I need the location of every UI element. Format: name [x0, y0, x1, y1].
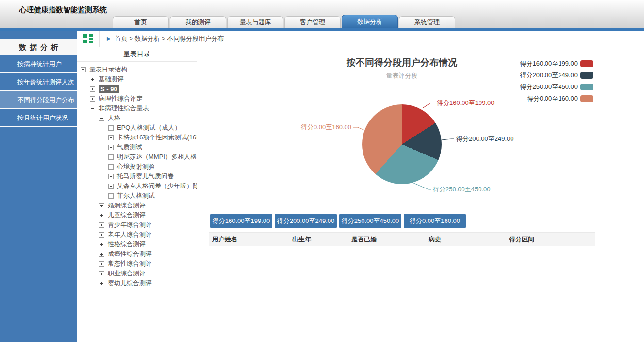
legend-item-4[interactable]: 得分0.00至160.00	[520, 93, 593, 104]
tree-expand-plus-icon[interactable]	[108, 193, 114, 199]
tree-expand-plus-icon[interactable]	[99, 281, 104, 286]
tree-node[interactable]: 人格	[77, 113, 197, 123]
tree-collapse-minus-icon[interactable]	[90, 106, 95, 111]
tree-node[interactable]: 基础测评	[77, 74, 197, 84]
sidebar-item-4[interactable]: 按月统计用户状况	[0, 109, 77, 127]
table-col-5: 得分区间	[506, 235, 595, 244]
table-col-1: 用户姓名	[209, 235, 289, 244]
tree-node[interactable]: 青少年综合测评	[77, 220, 197, 230]
tree-node[interactable]: 气质测试	[77, 142, 197, 152]
tree-node-label: 常态性综合测评	[108, 259, 152, 268]
tree-node[interactable]: 婚姻综合测评	[77, 201, 197, 210]
tree-node-label: EPQ人格测试（成人）	[117, 123, 181, 132]
tree-node-label: 卡特尔16项个性因素测试(16PF	[117, 133, 197, 142]
tree-expand-plus-icon[interactable]	[99, 203, 104, 208]
tree-node[interactable]: 明尼苏达（MMPI）多相人格测试	[77, 152, 197, 162]
tree-expand-plus-icon[interactable]	[108, 125, 114, 131]
tree-node-label: 婴幼儿综合测评	[108, 279, 152, 288]
tree-node-label: 菲尔人格测试	[117, 191, 155, 200]
legend-label: 得分250.00至450.00	[520, 83, 578, 91]
segment-button-1[interactable]: 得分160.00至199.00	[210, 214, 272, 228]
pie-callout-label: 得分250.00至450.00	[433, 185, 491, 194]
tree-expand-plus-icon[interactable]	[99, 232, 104, 238]
sidebar-item-2[interactable]: 按年龄统计测评人次	[0, 73, 77, 91]
sidebar-item-1[interactable]: 按病种统计用户	[0, 55, 77, 73]
tree-node-label: 心境投射测验	[117, 162, 155, 171]
tree-expand-plus-icon[interactable]	[108, 135, 114, 140]
tree-expand-plus-icon[interactable]	[99, 261, 104, 267]
tree-node-label: 明尼苏达（MMPI）多相人格测试	[117, 153, 197, 161]
sidebar-item-3[interactable]: 不同得分段用户分布	[0, 91, 77, 109]
legend-item-2[interactable]: 得分200.00至249.00	[520, 69, 593, 81]
tree-expand-plus-icon[interactable]	[90, 77, 95, 82]
nav-tab-2[interactable]: 我的测评	[170, 16, 226, 28]
tree-node-label: 人格	[108, 114, 120, 122]
legend-item-3[interactable]: 得分250.00至450.00	[520, 81, 593, 93]
legend-swatch	[580, 72, 593, 79]
tree-node[interactable]: 性格综合测评	[77, 239, 197, 249]
pie-chart[interactable]	[362, 104, 442, 184]
tree-node-label: 老年人综合测评	[108, 230, 152, 239]
tree-node[interactable]: 托马斯婴儿气质问卷	[77, 171, 197, 181]
tree-node-label: 病理性综合评定	[99, 94, 143, 103]
segment-button-4[interactable]: 得分0.00至160.00	[404, 214, 466, 228]
sidebar: 数据分析 按病种统计用户按年龄统计测评人次不同得分段用户分布按月统计用户状况	[0, 31, 77, 342]
top-header: 心理健康指数智能监测系统 首页我的测评量表与题库客户管理数据分析系统管理	[0, 0, 644, 28]
app-title: 心理健康指数智能监测系统	[19, 5, 107, 15]
tree-expand-plus-icon[interactable]	[99, 213, 104, 218]
tree-node[interactable]: 职业综合测评	[77, 269, 197, 278]
nav-tab-4[interactable]: 客户管理	[284, 16, 341, 28]
table-col-4: 病史	[426, 235, 506, 244]
nav-tab-5[interactable]: 数据分析	[342, 15, 398, 28]
tree-node[interactable]: 心境投射测验	[77, 162, 197, 171]
tree-node[interactable]: 常态性综合测评	[77, 259, 197, 269]
tree-node[interactable]: 成瘾性综合测评	[77, 249, 197, 259]
tree-node[interactable]: 老年人综合测评	[77, 230, 197, 239]
tree-expand-plus-icon[interactable]	[99, 222, 104, 228]
tree-node[interactable]: 非病理性综合量表	[77, 103, 197, 113]
tree-panel-title: 量表目录	[77, 47, 197, 62]
tree-node-label: 托马斯婴儿气质问卷	[117, 172, 174, 181]
nav-tab-1[interactable]: 首页	[113, 16, 169, 28]
layout-toggle-button[interactable]	[77, 31, 100, 47]
tree-node[interactable]: 菲尔人格测试	[77, 191, 197, 201]
tree-expand-plus-icon[interactable]	[108, 164, 114, 170]
tree-node[interactable]: 艾森克人格问卷（少年版）陈仲	[77, 181, 197, 191]
tree-node-label: 儿童综合测评	[108, 211, 146, 220]
tree-node[interactable]: 婴幼儿综合测评	[77, 278, 197, 288]
tree-expand-plus-icon[interactable]	[99, 252, 104, 257]
scale-directory-panel: 量表目录 量表目录结构基础测评S - 90病理性综合评定非病理性综合量表人格EP…	[77, 47, 197, 342]
tree-expand-plus-icon[interactable]	[99, 271, 104, 276]
tree-node[interactable]: EPQ人格测试（成人）	[77, 123, 197, 133]
tree-node-label: 基础测评	[99, 75, 124, 84]
nav-tab-3[interactable]: 量表与题库	[227, 16, 283, 28]
breadcrumb-arrow-icon: ▶	[107, 36, 111, 41]
breadcrumb[interactable]: 首页 > 数据分析 > 不同得分段用户分布	[115, 34, 224, 43]
segment-button-2[interactable]: 得分200.00至249.00	[275, 214, 337, 228]
tree-node[interactable]: S - 90	[77, 84, 197, 94]
tree-node[interactable]: 卡特尔16项个性因素测试(16PF	[77, 133, 197, 142]
tree-expand-plus-icon[interactable]	[90, 86, 95, 92]
tree-expand-plus-icon[interactable]	[108, 145, 114, 150]
tree-collapse-minus-icon[interactable]	[81, 67, 86, 72]
tree-expand-plus-icon[interactable]	[108, 154, 114, 160]
tree-expand-plus-icon[interactable]	[108, 174, 114, 179]
tree-node[interactable]: 量表目录结构	[77, 65, 197, 74]
pie-callout-label: 得分0.00至160.00	[301, 123, 351, 132]
breadcrumb-bar: ▶ 首页 > 数据分析 > 不同得分段用户分布	[77, 31, 644, 47]
table-col-2: 出生年	[289, 235, 348, 244]
legend-item-1[interactable]: 得分160.00至199.00	[520, 58, 593, 69]
tree-node-label: 艾森克人格问卷（少年版）陈仲	[117, 182, 197, 190]
pie-callout-label: 得分160.00至199.00	[437, 99, 495, 107]
tree-expand-plus-icon[interactable]	[108, 184, 114, 189]
tree-node[interactable]: 儿童综合测评	[77, 210, 197, 220]
tree-expand-plus-icon[interactable]	[99, 242, 104, 247]
nav-tab-6[interactable]: 系统管理	[399, 16, 455, 28]
main-content: 按不同得分段用户分布情况 量表评分段 得分160.00至199.00得分200.…	[197, 47, 644, 342]
tree-expand-plus-icon[interactable]	[90, 96, 95, 102]
legend-swatch	[580, 60, 593, 67]
tree-node[interactable]: 病理性综合评定	[77, 94, 197, 103]
segment-button-3[interactable]: 得分250.00至450.00	[339, 214, 401, 228]
legend-swatch	[580, 84, 593, 90]
tree-collapse-minus-icon[interactable]	[99, 116, 104, 121]
